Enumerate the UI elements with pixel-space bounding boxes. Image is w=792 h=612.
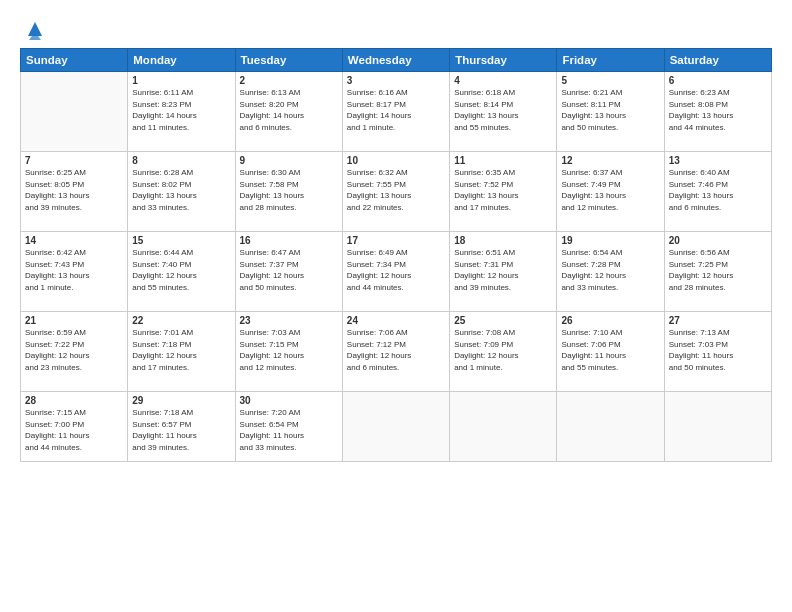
day-number: 16 <box>240 235 338 246</box>
day-number: 23 <box>240 315 338 326</box>
day-number: 6 <box>669 75 767 86</box>
calendar-cell: 11Sunrise: 6:35 AM Sunset: 7:52 PM Dayli… <box>450 152 557 232</box>
calendar-cell <box>664 392 771 462</box>
calendar-cell: 24Sunrise: 7:06 AM Sunset: 7:12 PM Dayli… <box>342 312 449 392</box>
page-header <box>20 18 772 40</box>
day-number: 17 <box>347 235 445 246</box>
calendar-cell <box>21 72 128 152</box>
day-info: Sunrise: 6:37 AM Sunset: 7:49 PM Dayligh… <box>561 167 659 213</box>
weekday-header: Saturday <box>664 49 771 72</box>
day-number: 18 <box>454 235 552 246</box>
day-number: 19 <box>561 235 659 246</box>
calendar-week-row: 1Sunrise: 6:11 AM Sunset: 8:23 PM Daylig… <box>21 72 772 152</box>
day-number: 1 <box>132 75 230 86</box>
calendar-cell: 10Sunrise: 6:32 AM Sunset: 7:55 PM Dayli… <box>342 152 449 232</box>
weekday-header: Wednesday <box>342 49 449 72</box>
calendar-cell <box>450 392 557 462</box>
logo <box>20 18 46 40</box>
calendar-cell: 26Sunrise: 7:10 AM Sunset: 7:06 PM Dayli… <box>557 312 664 392</box>
calendar-cell: 13Sunrise: 6:40 AM Sunset: 7:46 PM Dayli… <box>664 152 771 232</box>
day-number: 24 <box>347 315 445 326</box>
calendar-cell: 7Sunrise: 6:25 AM Sunset: 8:05 PM Daylig… <box>21 152 128 232</box>
calendar-cell: 3Sunrise: 6:16 AM Sunset: 8:17 PM Daylig… <box>342 72 449 152</box>
day-number: 26 <box>561 315 659 326</box>
day-info: Sunrise: 6:47 AM Sunset: 7:37 PM Dayligh… <box>240 247 338 293</box>
calendar-cell: 17Sunrise: 6:49 AM Sunset: 7:34 PM Dayli… <box>342 232 449 312</box>
day-info: Sunrise: 6:25 AM Sunset: 8:05 PM Dayligh… <box>25 167 123 213</box>
day-info: Sunrise: 6:56 AM Sunset: 7:25 PM Dayligh… <box>669 247 767 293</box>
day-number: 4 <box>454 75 552 86</box>
weekday-header: Tuesday <box>235 49 342 72</box>
calendar-cell: 5Sunrise: 6:21 AM Sunset: 8:11 PM Daylig… <box>557 72 664 152</box>
weekday-header: Thursday <box>450 49 557 72</box>
day-number: 12 <box>561 155 659 166</box>
calendar-cell: 9Sunrise: 6:30 AM Sunset: 7:58 PM Daylig… <box>235 152 342 232</box>
calendar-cell: 21Sunrise: 6:59 AM Sunset: 7:22 PM Dayli… <box>21 312 128 392</box>
calendar-cell: 23Sunrise: 7:03 AM Sunset: 7:15 PM Dayli… <box>235 312 342 392</box>
day-number: 15 <box>132 235 230 246</box>
calendar-cell: 16Sunrise: 6:47 AM Sunset: 7:37 PM Dayli… <box>235 232 342 312</box>
day-info: Sunrise: 6:13 AM Sunset: 8:20 PM Dayligh… <box>240 87 338 133</box>
day-info: Sunrise: 6:11 AM Sunset: 8:23 PM Dayligh… <box>132 87 230 133</box>
calendar-week-row: 7Sunrise: 6:25 AM Sunset: 8:05 PM Daylig… <box>21 152 772 232</box>
day-info: Sunrise: 7:18 AM Sunset: 6:57 PM Dayligh… <box>132 407 230 453</box>
weekday-header: Monday <box>128 49 235 72</box>
day-number: 30 <box>240 395 338 406</box>
day-number: 28 <box>25 395 123 406</box>
calendar-cell: 18Sunrise: 6:51 AM Sunset: 7:31 PM Dayli… <box>450 232 557 312</box>
day-info: Sunrise: 6:49 AM Sunset: 7:34 PM Dayligh… <box>347 247 445 293</box>
calendar-week-row: 28Sunrise: 7:15 AM Sunset: 7:00 PM Dayli… <box>21 392 772 462</box>
day-info: Sunrise: 7:06 AM Sunset: 7:12 PM Dayligh… <box>347 327 445 373</box>
day-number: 5 <box>561 75 659 86</box>
day-info: Sunrise: 6:30 AM Sunset: 7:58 PM Dayligh… <box>240 167 338 213</box>
day-number: 3 <box>347 75 445 86</box>
calendar-cell: 6Sunrise: 6:23 AM Sunset: 8:08 PM Daylig… <box>664 72 771 152</box>
day-number: 8 <box>132 155 230 166</box>
calendar-cell <box>557 392 664 462</box>
logo-icon <box>24 18 46 40</box>
calendar-header-row: SundayMondayTuesdayWednesdayThursdayFrid… <box>21 49 772 72</box>
day-info: Sunrise: 6:44 AM Sunset: 7:40 PM Dayligh… <box>132 247 230 293</box>
calendar-cell: 29Sunrise: 7:18 AM Sunset: 6:57 PM Dayli… <box>128 392 235 462</box>
day-info: Sunrise: 7:10 AM Sunset: 7:06 PM Dayligh… <box>561 327 659 373</box>
calendar-cell: 2Sunrise: 6:13 AM Sunset: 8:20 PM Daylig… <box>235 72 342 152</box>
day-info: Sunrise: 6:40 AM Sunset: 7:46 PM Dayligh… <box>669 167 767 213</box>
day-info: Sunrise: 7:03 AM Sunset: 7:15 PM Dayligh… <box>240 327 338 373</box>
calendar-week-row: 21Sunrise: 6:59 AM Sunset: 7:22 PM Dayli… <box>21 312 772 392</box>
day-info: Sunrise: 7:15 AM Sunset: 7:00 PM Dayligh… <box>25 407 123 453</box>
calendar-cell: 12Sunrise: 6:37 AM Sunset: 7:49 PM Dayli… <box>557 152 664 232</box>
calendar-cell: 14Sunrise: 6:42 AM Sunset: 7:43 PM Dayli… <box>21 232 128 312</box>
calendar-cell: 22Sunrise: 7:01 AM Sunset: 7:18 PM Dayli… <box>128 312 235 392</box>
day-info: Sunrise: 7:20 AM Sunset: 6:54 PM Dayligh… <box>240 407 338 453</box>
weekday-header: Friday <box>557 49 664 72</box>
day-number: 27 <box>669 315 767 326</box>
day-info: Sunrise: 6:59 AM Sunset: 7:22 PM Dayligh… <box>25 327 123 373</box>
calendar-table: SundayMondayTuesdayWednesdayThursdayFrid… <box>20 48 772 462</box>
day-info: Sunrise: 6:51 AM Sunset: 7:31 PM Dayligh… <box>454 247 552 293</box>
calendar-cell: 4Sunrise: 6:18 AM Sunset: 8:14 PM Daylig… <box>450 72 557 152</box>
day-info: Sunrise: 6:32 AM Sunset: 7:55 PM Dayligh… <box>347 167 445 213</box>
day-info: Sunrise: 6:54 AM Sunset: 7:28 PM Dayligh… <box>561 247 659 293</box>
day-info: Sunrise: 6:35 AM Sunset: 7:52 PM Dayligh… <box>454 167 552 213</box>
day-number: 21 <box>25 315 123 326</box>
day-number: 11 <box>454 155 552 166</box>
day-info: Sunrise: 6:16 AM Sunset: 8:17 PM Dayligh… <box>347 87 445 133</box>
calendar-cell: 19Sunrise: 6:54 AM Sunset: 7:28 PM Dayli… <box>557 232 664 312</box>
calendar-cell: 8Sunrise: 6:28 AM Sunset: 8:02 PM Daylig… <box>128 152 235 232</box>
day-number: 25 <box>454 315 552 326</box>
day-info: Sunrise: 7:01 AM Sunset: 7:18 PM Dayligh… <box>132 327 230 373</box>
day-info: Sunrise: 6:18 AM Sunset: 8:14 PM Dayligh… <box>454 87 552 133</box>
day-number: 13 <box>669 155 767 166</box>
day-number: 10 <box>347 155 445 166</box>
day-info: Sunrise: 7:13 AM Sunset: 7:03 PM Dayligh… <box>669 327 767 373</box>
calendar-cell: 27Sunrise: 7:13 AM Sunset: 7:03 PM Dayli… <box>664 312 771 392</box>
day-number: 29 <box>132 395 230 406</box>
day-info: Sunrise: 7:08 AM Sunset: 7:09 PM Dayligh… <box>454 327 552 373</box>
calendar-cell <box>342 392 449 462</box>
day-info: Sunrise: 6:28 AM Sunset: 8:02 PM Dayligh… <box>132 167 230 213</box>
calendar-cell: 30Sunrise: 7:20 AM Sunset: 6:54 PM Dayli… <box>235 392 342 462</box>
calendar-cell: 28Sunrise: 7:15 AM Sunset: 7:00 PM Dayli… <box>21 392 128 462</box>
day-number: 2 <box>240 75 338 86</box>
day-number: 20 <box>669 235 767 246</box>
day-number: 9 <box>240 155 338 166</box>
